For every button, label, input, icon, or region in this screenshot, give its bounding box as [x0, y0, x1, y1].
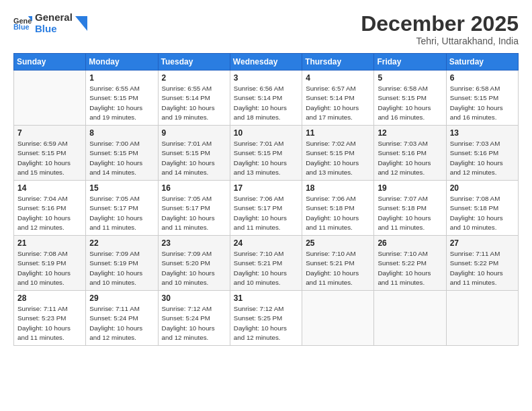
day-number: 18: [306, 183, 370, 193]
day-info: Sunrise: 7:09 AM Sunset: 5:20 PM Dayligh…: [162, 249, 226, 287]
day-number: 8: [89, 128, 154, 138]
day-info: Sunrise: 7:02 AM Sunset: 5:15 PM Dayligh…: [306, 139, 370, 177]
table-row: 2Sunrise: 6:55 AM Sunset: 5:14 PM Daylig…: [158, 71, 230, 126]
day-number: 20: [450, 183, 515, 193]
day-info: Sunrise: 7:11 AM Sunset: 5:24 PM Dayligh…: [89, 304, 154, 342]
table-row: [446, 291, 518, 346]
day-info: Sunrise: 6:58 AM Sunset: 5:15 PM Dayligh…: [450, 84, 515, 122]
day-number: 21: [17, 238, 82, 248]
calendar-week-row: 14Sunrise: 7:04 AM Sunset: 5:16 PM Dayli…: [14, 181, 519, 236]
day-number: 29: [89, 293, 154, 303]
day-info: Sunrise: 7:12 AM Sunset: 5:24 PM Dayligh…: [162, 304, 226, 342]
calendar-header-row: Sunday Monday Tuesday Wednesday Thursday…: [14, 54, 519, 71]
day-number: 7: [17, 128, 82, 138]
day-info: Sunrise: 7:00 AM Sunset: 5:15 PM Dayligh…: [89, 139, 154, 177]
table-row: [14, 71, 86, 126]
day-info: Sunrise: 6:58 AM Sunset: 5:15 PM Dayligh…: [378, 84, 442, 122]
day-info: Sunrise: 7:10 AM Sunset: 5:21 PM Dayligh…: [306, 249, 370, 287]
table-row: 28Sunrise: 7:11 AM Sunset: 5:23 PM Dayli…: [14, 291, 86, 346]
day-number: 17: [234, 183, 298, 193]
day-info: Sunrise: 7:11 AM Sunset: 5:23 PM Dayligh…: [17, 304, 82, 342]
table-row: 22Sunrise: 7:09 AM Sunset: 5:19 PM Dayli…: [86, 236, 158, 291]
logo-general: General: [35, 11, 73, 23]
day-info: Sunrise: 7:01 AM Sunset: 5:15 PM Dayligh…: [162, 139, 226, 177]
table-row: 18Sunrise: 7:06 AM Sunset: 5:18 PM Dayli…: [302, 181, 374, 236]
calendar-week-row: 1Sunrise: 6:55 AM Sunset: 5:15 PM Daylig…: [14, 71, 519, 126]
table-row: 9Sunrise: 7:01 AM Sunset: 5:15 PM Daylig…: [158, 126, 230, 181]
table-row: 12Sunrise: 7:03 AM Sunset: 5:16 PM Dayli…: [374, 126, 446, 181]
logo-blue: Blue: [35, 23, 57, 34]
calendar-week-row: 7Sunrise: 6:59 AM Sunset: 5:15 PM Daylig…: [14, 126, 519, 181]
day-number: 22: [89, 238, 154, 248]
day-info: Sunrise: 7:07 AM Sunset: 5:18 PM Dayligh…: [378, 194, 442, 232]
table-row: 13Sunrise: 7:03 AM Sunset: 5:16 PM Dayli…: [446, 126, 518, 181]
day-info: Sunrise: 6:56 AM Sunset: 5:14 PM Dayligh…: [234, 84, 298, 122]
svg-text:Blue: Blue: [13, 23, 30, 31]
day-number: 2: [162, 73, 226, 83]
day-number: 1: [89, 73, 154, 83]
header-sunday: Sunday: [14, 54, 86, 71]
table-row: [374, 291, 446, 346]
table-row: 8Sunrise: 7:00 AM Sunset: 5:15 PM Daylig…: [86, 126, 158, 181]
table-row: 27Sunrise: 7:11 AM Sunset: 5:22 PM Dayli…: [446, 236, 518, 291]
header-friday: Friday: [374, 54, 446, 71]
day-info: Sunrise: 7:11 AM Sunset: 5:22 PM Dayligh…: [450, 249, 515, 287]
day-info: Sunrise: 7:10 AM Sunset: 5:21 PM Dayligh…: [234, 249, 298, 287]
logo-arrow-icon: [75, 16, 87, 31]
day-number: 19: [378, 183, 442, 193]
table-row: 5Sunrise: 6:58 AM Sunset: 5:15 PM Daylig…: [374, 71, 446, 126]
day-number: 23: [162, 238, 226, 248]
table-row: 16Sunrise: 7:05 AM Sunset: 5:17 PM Dayli…: [158, 181, 230, 236]
day-number: 28: [17, 293, 82, 303]
day-number: 5: [378, 73, 442, 83]
day-number: 24: [234, 238, 298, 248]
table-row: 19Sunrise: 7:07 AM Sunset: 5:18 PM Dayli…: [374, 181, 446, 236]
table-row: 7Sunrise: 6:59 AM Sunset: 5:15 PM Daylig…: [14, 126, 86, 181]
table-row: [302, 291, 374, 346]
day-number: 12: [378, 128, 442, 138]
title-block: December 2025 Tehri, Uttarakhand, India: [361, 12, 519, 46]
day-info: Sunrise: 7:06 AM Sunset: 5:17 PM Dayligh…: [234, 194, 298, 232]
day-number: 16: [162, 183, 226, 193]
day-number: 6: [450, 73, 515, 83]
table-row: 30Sunrise: 7:12 AM Sunset: 5:24 PM Dayli…: [158, 291, 230, 346]
day-info: Sunrise: 7:08 AM Sunset: 5:19 PM Dayligh…: [17, 249, 82, 287]
table-row: 31Sunrise: 7:12 AM Sunset: 5:25 PM Dayli…: [230, 291, 302, 346]
day-number: 25: [306, 238, 370, 248]
month-title: December 2025: [361, 12, 519, 36]
day-info: Sunrise: 6:59 AM Sunset: 5:15 PM Dayligh…: [17, 139, 82, 177]
day-info: Sunrise: 6:57 AM Sunset: 5:14 PM Dayligh…: [306, 84, 370, 122]
table-row: 1Sunrise: 6:55 AM Sunset: 5:15 PM Daylig…: [86, 71, 158, 126]
day-info: Sunrise: 6:55 AM Sunset: 5:15 PM Dayligh…: [89, 84, 154, 122]
day-info: Sunrise: 7:01 AM Sunset: 5:15 PM Dayligh…: [234, 139, 298, 177]
table-row: 3Sunrise: 6:56 AM Sunset: 5:14 PM Daylig…: [230, 71, 302, 126]
calendar-week-row: 28Sunrise: 7:11 AM Sunset: 5:23 PM Dayli…: [14, 291, 519, 346]
day-number: 13: [450, 128, 515, 138]
table-row: 10Sunrise: 7:01 AM Sunset: 5:15 PM Dayli…: [230, 126, 302, 181]
table-row: 11Sunrise: 7:02 AM Sunset: 5:15 PM Dayli…: [302, 126, 374, 181]
day-number: 31: [234, 293, 298, 303]
calendar-week-row: 21Sunrise: 7:08 AM Sunset: 5:19 PM Dayli…: [14, 236, 519, 291]
day-number: 4: [306, 73, 370, 83]
day-info: Sunrise: 7:12 AM Sunset: 5:25 PM Dayligh…: [234, 304, 298, 342]
table-row: 25Sunrise: 7:10 AM Sunset: 5:21 PM Dayli…: [302, 236, 374, 291]
day-info: Sunrise: 7:05 AM Sunset: 5:17 PM Dayligh…: [89, 194, 154, 232]
day-number: 15: [89, 183, 154, 193]
day-number: 30: [162, 293, 226, 303]
table-row: 14Sunrise: 7:04 AM Sunset: 5:16 PM Dayli…: [14, 181, 86, 236]
day-number: 10: [234, 128, 298, 138]
svg-marker-3: [75, 16, 87, 31]
header-saturday: Saturday: [446, 54, 518, 71]
header-tuesday: Tuesday: [158, 54, 230, 71]
logo-icon: General Blue: [13, 14, 32, 33]
day-number: 3: [234, 73, 298, 83]
table-row: 21Sunrise: 7:08 AM Sunset: 5:19 PM Dayli…: [14, 236, 86, 291]
table-row: 24Sunrise: 7:10 AM Sunset: 5:21 PM Dayli…: [230, 236, 302, 291]
table-row: 20Sunrise: 7:08 AM Sunset: 5:18 PM Dayli…: [446, 181, 518, 236]
location-subtitle: Tehri, Uttarakhand, India: [361, 36, 519, 46]
day-info: Sunrise: 7:06 AM Sunset: 5:18 PM Dayligh…: [306, 194, 370, 232]
day-number: 14: [17, 183, 82, 193]
logo: General Blue General Blue: [13, 12, 87, 34]
calendar-table: Sunday Monday Tuesday Wednesday Thursday…: [13, 53, 519, 346]
day-info: Sunrise: 6:55 AM Sunset: 5:14 PM Dayligh…: [162, 84, 226, 122]
